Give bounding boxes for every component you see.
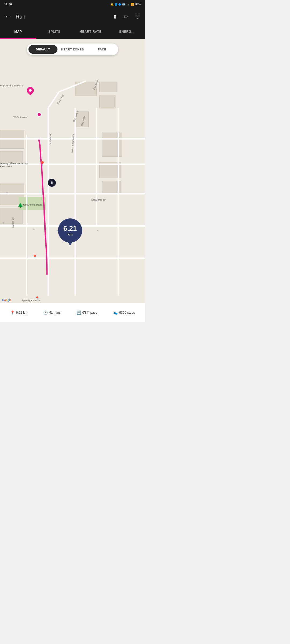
- svg-text:▲: ▲: [96, 228, 100, 233]
- jerry-arnold-label: Jerry Arnold Plaza: [23, 203, 42, 206]
- jerry-arnold-pin: 🌲: [18, 203, 23, 208]
- time-value: 41 mins: [49, 311, 60, 314]
- leasing-office-pin: 📍: [39, 161, 46, 167]
- share-button[interactable]: ⬆: [111, 12, 119, 21]
- wifi-icon: ▲: [127, 3, 129, 6]
- steps-icon: 👟: [113, 310, 118, 315]
- steps-value: 6366 steps: [119, 311, 135, 314]
- road-label-great-mall: Great Mall Dr: [91, 199, 106, 201]
- tab-bar: MAP SPLITS HEART RATE ENERG...: [0, 25, 145, 39]
- tab-splits[interactable]: SPLITS: [36, 25, 73, 39]
- tab-energy[interactable]: ENERG...: [109, 25, 145, 39]
- map-container[interactable]: ▲ ▼ ▲ ▲ ▲ DEFAULT HEART ZONES PACE Milpi…: [0, 39, 145, 322]
- road-label-s-abel: S Abel St: [12, 218, 14, 228]
- more-button[interactable]: ⋮: [133, 12, 142, 21]
- end-marker: 6.21 km: [58, 218, 82, 243]
- status-icons: 🔔 📘 🔷 📧 ▲ 📶 84%: [110, 3, 141, 6]
- svg-line-10: [48, 92, 59, 108]
- status-time: 12:36: [4, 3, 12, 6]
- svg-text:▼: ▼: [5, 191, 9, 195]
- filter-pace-button[interactable]: PACE: [88, 45, 117, 54]
- road-label-w-curtis: W Curtis Ave: [13, 116, 27, 119]
- leasing-office-label: Leasing Office - Montevista Apartments: [0, 162, 38, 168]
- stat-steps: 👟 6366 steps: [113, 310, 135, 315]
- fire-station-label: Milpitas Fire Station 1: [0, 84, 27, 87]
- battery-indicator: 84%: [135, 3, 141, 6]
- tab-map[interactable]: MAP: [0, 25, 36, 39]
- stats-bar: 📍 6.21 km 🕐 41 mins 🔄 6'34" pace 👟 6366 …: [0, 303, 145, 322]
- filter-default-button[interactable]: DEFAULT: [28, 45, 57, 54]
- svg-line-11: [59, 81, 86, 92]
- filter-heart-zones-button[interactable]: HEART ZONES: [58, 45, 87, 54]
- tab-heart-rate[interactable]: HEART RATE: [73, 25, 109, 39]
- stat-distance: 📍 6.21 km: [10, 310, 28, 315]
- apex-pin: 📍: [32, 254, 38, 259]
- pace-value: 6'34" pace: [82, 311, 97, 314]
- distance-icon: 📍: [10, 310, 15, 315]
- back-button[interactable]: ←: [3, 12, 12, 22]
- map-roads-svg: ▲ ▼ ▲ ▲ ▲: [0, 39, 145, 322]
- distance-value: 6.21 km: [16, 311, 28, 314]
- stat-pace: 🔄 6'34" pace: [77, 310, 97, 315]
- svg-text:▲: ▲: [2, 221, 5, 225]
- time-icon: 🕐: [43, 310, 48, 315]
- start-marker: [37, 112, 42, 117]
- top-bar: ← Run ⬆ ✏ ⋮: [0, 9, 145, 25]
- status-bar: 12:36 🔔 📘 🔷 📧 ▲ 📶 84%: [0, 0, 145, 9]
- fire-station-marker: [27, 87, 34, 94]
- edit-button[interactable]: ✏: [122, 12, 130, 21]
- map-filter-bar: DEFAULT HEART ZONES PACE: [27, 43, 118, 55]
- svg-text:▲: ▲: [31, 226, 36, 231]
- pace-icon: 🔄: [77, 310, 81, 315]
- road-label-s-main: S Main St: [49, 134, 52, 145]
- notification-icons: 🔔 📘 🔷 📧: [110, 3, 125, 6]
- km-marker-6: 6: [48, 179, 56, 187]
- apex-pin-bottom: 📍: [35, 296, 39, 301]
- stat-time: 🕐 41 mins: [43, 310, 60, 315]
- page-title: Run: [16, 14, 108, 20]
- google-logo: Google: [2, 299, 11, 302]
- signal-bars: 📶: [131, 3, 134, 6]
